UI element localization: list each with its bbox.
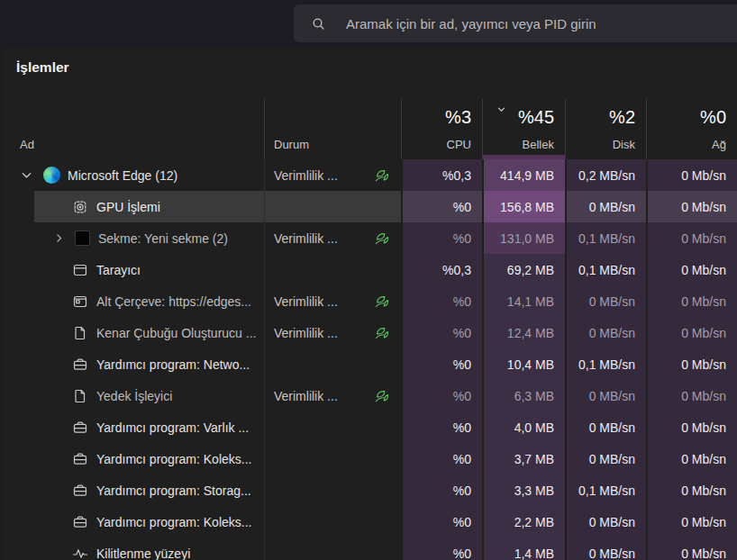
- network-cell: 0 Mb/sn: [646, 443, 737, 474]
- memory-cell: 3,3 MB: [482, 474, 565, 506]
- column-header-memory[interactable]: %45 Bellek: [482, 99, 565, 159]
- process-row[interactable]: Yardımcı program: Varlık ...%04,0 MB0 MB…: [3, 411, 737, 443]
- process-row[interactable]: Alt Çerçeve: https://edges...Verimlilik …: [3, 285, 737, 317]
- column-header-name[interactable]: Ad: [3, 99, 264, 159]
- status-cell: Verimlilik ...: [264, 380, 401, 411]
- status-label: Verimlilik ...: [274, 389, 338, 403]
- column-label-cpu: CPU: [447, 138, 471, 151]
- chevron-down-icon[interactable]: [17, 168, 35, 182]
- cpu-cell: %0,3: [401, 159, 482, 191]
- status-cell: [264, 443, 401, 474]
- chip-icon: [71, 198, 89, 216]
- status-cell: [264, 348, 401, 380]
- process-name: Sekme: Yeni sekme (2): [98, 231, 228, 246]
- cpu-cell: %0: [401, 474, 482, 506]
- column-label-disk: Disk: [613, 138, 635, 151]
- process-name: Kilitlenme yüzeyi: [96, 546, 190, 560]
- process-name-cell: Yedek İşleyici: [3, 380, 264, 411]
- network-cell: 0 Mb/sn: [646, 380, 737, 411]
- memory-cell: 14,1 MB: [482, 285, 565, 317]
- status-cell: Verimlilik ...: [264, 317, 401, 348]
- network-cell: 0 Mb/sn: [646, 506, 737, 537]
- search-icon: [311, 16, 326, 32]
- disk-total: %2: [609, 107, 635, 128]
- status-cell: [264, 254, 401, 285]
- process-name: Alt Çerçeve: https://edges...: [96, 294, 251, 309]
- status-label: Verimlilik ...: [274, 231, 338, 246]
- status-cell: [264, 411, 401, 443]
- process-row[interactable]: Kenar Çubuğu Oluşturucu ...Verimlilik ..…: [3, 317, 737, 348]
- utility-icon: [71, 450, 89, 468]
- disk-cell: 0 MB/sn: [565, 191, 646, 222]
- status-cell: Verimlilik ...: [264, 159, 401, 191]
- process-row[interactable]: Sekme: Yeni sekme (2)Verimlilik ...%0131…: [3, 222, 737, 254]
- sort-indicator-chevron-down-icon: [496, 104, 507, 115]
- efficiency-leaf-icon: [374, 168, 390, 183]
- memory-cell: 156,8 MB: [482, 191, 565, 222]
- chevron-right-icon[interactable]: [50, 232, 68, 244]
- process-row[interactable]: Yedek İşleyiciVerimlilik ...%06,3 MB0 MB…: [3, 380, 737, 411]
- process-row[interactable]: Kilitlenme yüzeyi%01,4 MB0 MB/sn0 Mb/sn: [3, 537, 737, 560]
- process-name-cell: Microsoft Edge (12): [3, 159, 264, 191]
- column-label-memory: Bellek: [523, 138, 554, 151]
- network-total: %0: [700, 107, 726, 128]
- status-cell: Verimlilik ...: [264, 285, 401, 317]
- disk-cell: 0 MB/sn: [565, 443, 646, 474]
- network-cell: 0 Mb/sn: [646, 285, 737, 317]
- process-row[interactable]: Tarayıcı%0,369,2 MB0,1 MB/sn0 Mb/sn: [3, 254, 737, 285]
- memory-cell: 3,7 MB: [482, 443, 565, 474]
- efficiency-leaf-icon: [374, 326, 390, 340]
- status-cell: [264, 474, 401, 506]
- process-name-cell: GPU İşlemi: [3, 191, 264, 222]
- column-header-cpu[interactable]: %3 CPU: [401, 99, 482, 159]
- utility-icon: [71, 482, 89, 500]
- search-box[interactable]: [294, 5, 737, 42]
- disk-cell: 0 MB/sn: [565, 285, 646, 317]
- process-row[interactable]: Microsoft Edge (12)Verimlilik ...%0,3414…: [3, 159, 737, 191]
- status-cell: Verimlilik ...: [264, 222, 401, 254]
- search-input[interactable]: [346, 16, 737, 32]
- process-table-body: Microsoft Edge (12)Verimlilik ...%0,3414…: [3, 159, 737, 560]
- cpu-cell: %0: [401, 285, 482, 317]
- memory-cell: 4,0 MB: [482, 411, 565, 443]
- process-name-cell: Yardımcı program: Netwo...: [3, 348, 264, 380]
- disk-cell: 0 MB/sn: [565, 411, 646, 443]
- pulse-icon: [71, 545, 89, 560]
- column-header-disk[interactable]: %2 Disk: [565, 99, 646, 159]
- processes-panel: İşlemler Ad Durum %3 CPU %45 Bellek: [3, 47, 737, 560]
- column-label-network: Ağ: [712, 138, 726, 151]
- disk-cell: 0,1 MB/sn: [565, 222, 646, 254]
- process-row[interactable]: Yardımcı program: Netwo...%010,4 MB0,1 M…: [3, 348, 737, 380]
- efficiency-leaf-icon: [374, 294, 390, 309]
- memory-cell: 2,2 MB: [482, 506, 565, 537]
- process-row[interactable]: Yardımcı program: Koleks...%02,2 MB0 MB/…: [3, 506, 737, 537]
- cpu-cell: %0,3: [401, 254, 482, 285]
- column-header-network[interactable]: %0 Ağ: [646, 99, 737, 159]
- process-row[interactable]: GPU İşlemi%0156,8 MB0 MB/sn0 Mb/sn: [3, 191, 737, 222]
- cpu-cell: %0: [401, 348, 482, 380]
- status-label: Verimlilik ...: [274, 294, 338, 309]
- status-cell: [264, 191, 401, 222]
- cpu-cell: %0: [401, 317, 482, 348]
- network-cell: 0 Mb/sn: [646, 348, 737, 380]
- process-row[interactable]: Yardımcı program: Storag...%03,3 MB0,1 M…: [3, 474, 737, 506]
- process-table: Ad Durum %3 CPU %45 Bellek %2 Disk: [3, 99, 737, 560]
- process-name: Tarayıcı: [96, 263, 141, 277]
- process-name: Yardımcı program: Koleks...: [96, 452, 251, 466]
- process-name: GPU İşlemi: [96, 200, 160, 214]
- process-name-cell: Yardımcı program: Koleks...: [3, 443, 264, 474]
- process-row[interactable]: Yardımcı program: Koleks...%03,7 MB0 MB/…: [3, 443, 737, 474]
- disk-cell: 0,2 MB/sn: [565, 159, 646, 191]
- column-label-name: Ad: [3, 138, 264, 151]
- column-header-status[interactable]: Durum: [264, 99, 401, 159]
- status-cell: [264, 537, 401, 560]
- top-bar: [0, 0, 737, 47]
- status-label: Verimlilik ...: [274, 168, 338, 183]
- efficiency-leaf-icon: [374, 389, 390, 403]
- process-name-cell: Yardımcı program: Varlık ...: [3, 411, 264, 443]
- status-label: Verimlilik ...: [274, 326, 338, 340]
- cpu-cell: %0: [401, 443, 482, 474]
- efficiency-leaf-icon: [374, 231, 390, 246]
- memory-total: %45: [518, 107, 554, 128]
- process-name: Yedek İşleyici: [96, 389, 172, 403]
